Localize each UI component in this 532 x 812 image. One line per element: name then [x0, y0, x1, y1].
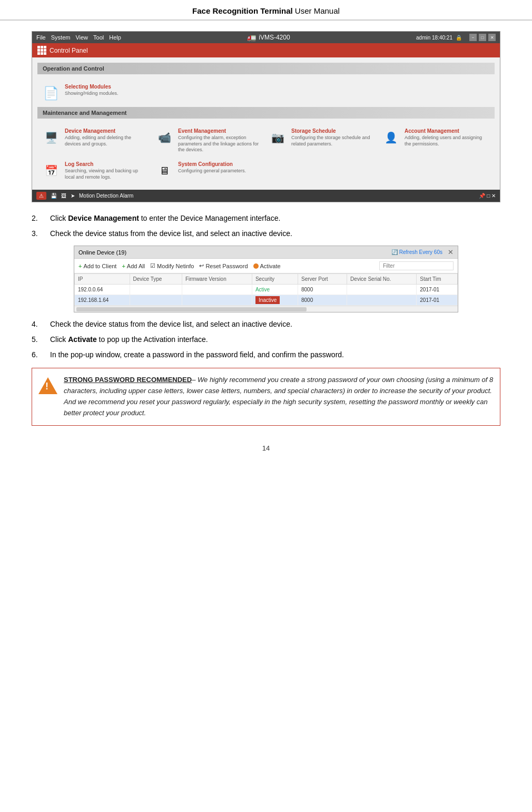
ivms-titlebar: File System View Tool Help 🚛 iVMS-4200 a… — [32, 32, 500, 43]
step2-text: Click — [50, 214, 68, 222]
status-inactive-badge: Inactive — [255, 296, 280, 304]
ivms-screenshot: File System View Tool Help 🚛 iVMS-4200 a… — [32, 31, 500, 202]
cell-security-1: Active — [252, 285, 298, 295]
module3-title: Event Management — [178, 128, 260, 134]
section1-label: Operation and Control — [43, 65, 104, 72]
grid-icon — [37, 46, 46, 55]
scrollbar-thumb — [76, 307, 307, 311]
section-operation: Operation and Control — [37, 63, 495, 74]
activate-dot-icon — [253, 263, 259, 269]
status-active-badge: Active — [255, 287, 270, 292]
module-log-search[interactable]: 📅 Log Search Searching, viewing and back… — [42, 161, 147, 180]
menu-help[interactable]: Help — [109, 34, 121, 41]
section2-label: Maintenance and Management — [43, 110, 127, 116]
step-2: 2. Click Device Management to enter the … — [32, 213, 500, 224]
col-start-time: Start Tim — [417, 274, 458, 285]
col-device-type: Device Type — [130, 274, 182, 285]
module6-title: Log Search — [65, 161, 147, 167]
ivms-statusbar: ⚠ 💾 🖼 ➤ Motion Detection Alarm 📌 □ ✕ — [32, 190, 500, 202]
arrow-icon: ➤ — [71, 193, 75, 199]
module-storage-schedule[interactable]: 📷 Storage Schedule Configuring the stora… — [268, 128, 373, 153]
minimize-button[interactable]: − — [469, 34, 477, 41]
module1-desc: Showing/Hiding modules. — [65, 91, 119, 97]
refresh-icon: 🔄 — [391, 249, 398, 255]
table-row[interactable]: 192.168.1.64 Inactive 8000 2017-01 — [75, 295, 458, 306]
selecting-modules-icon: 📄 — [42, 84, 61, 103]
event-management-text: Event Management Configuring the alarm, … — [178, 128, 260, 153]
modify-checkbox-icon: ☑ — [150, 262, 155, 269]
col-serial-no: Device Serial No. — [347, 274, 417, 285]
page-number: 14 — [0, 436, 532, 457]
horizontal-scrollbar[interactable] — [74, 306, 458, 312]
ivms-body: Operation and Control 📄 Selecting Module… — [32, 57, 500, 190]
header-title-bold: Face Recognition Terminal — [192, 6, 293, 15]
warning-text: STRONG PASSWORD RECOMMENDED– We highly r… — [64, 375, 494, 418]
step3-number: 3. — [32, 228, 45, 239]
log-search-icon: 📅 — [42, 161, 61, 180]
dt-close-button[interactable]: ✕ — [448, 248, 454, 256]
main-content: File System View Tool Help 🚛 iVMS-4200 a… — [0, 21, 532, 436]
menu-system[interactable]: System — [51, 34, 71, 41]
add-to-client-button[interactable]: + Add to Client — [78, 263, 116, 269]
activate-button[interactable]: Activate — [253, 263, 281, 269]
close-button[interactable]: ✕ — [488, 34, 496, 41]
module2-desc: Adding, editing and deleting the devices… — [65, 135, 147, 147]
cell-type-1 — [130, 285, 182, 295]
save-icon: 💾 — [51, 193, 57, 199]
menu-tool[interactable]: Tool — [93, 34, 104, 41]
log-search-text: Log Search Searching, viewing and backin… — [65, 161, 147, 180]
step4-number: 4. — [32, 319, 45, 330]
step6-content: In the pop-up window, create a password … — [50, 349, 344, 360]
dt-title: Online Device (19) — [78, 249, 126, 256]
cell-firmware-1 — [182, 285, 252, 295]
modify-netinfo-button[interactable]: ☑ Modify Netinfo — [150, 262, 194, 269]
col-firmware: Firmware Version — [182, 274, 252, 285]
module4-desc: Configuring the storage schedule and rel… — [291, 135, 373, 147]
add-all-button[interactable]: + Add All — [122, 263, 145, 269]
section-maintenance: Maintenance and Management — [37, 107, 495, 119]
storage-schedule-text: Storage Schedule Configuring the storage… — [291, 128, 373, 147]
menu-file[interactable]: File — [36, 34, 46, 41]
header-title-regular: User Manual — [293, 6, 340, 15]
step5-bold: Activate — [68, 335, 96, 344]
add-client-label: Add to Client — [83, 263, 116, 269]
filter-input[interactable] — [379, 261, 454, 270]
module-account-management[interactable]: 👤 Account Management Adding, deleting us… — [381, 128, 487, 153]
step-6: 6. In the pop-up window, create a passwo… — [32, 349, 500, 360]
step5-text: Click — [50, 335, 68, 344]
step4-content: Check the device status from the device … — [50, 319, 292, 330]
add-client-plus-icon: + — [78, 263, 82, 269]
step-3: 3. Check the device status from the devi… — [32, 228, 500, 239]
cell-security-2: Inactive — [252, 295, 298, 306]
app-logo-icon: 🚛 — [247, 33, 256, 42]
statusbar-text: Motion Detection Alarm — [79, 193, 133, 199]
table-row[interactable]: 192.0.0.64 Active 8000 2017-01 — [75, 285, 458, 295]
step2-rest: to enter the Device Management interface… — [139, 214, 280, 222]
warning-box: STRONG PASSWORD RECOMMENDED– We highly r… — [32, 368, 500, 425]
alarm-icon: ⚠ — [36, 192, 46, 200]
account-management-text: Account Management Adding, deleting user… — [405, 128, 487, 147]
control-panel-label: Control Panel — [50, 47, 88, 54]
module-device-management[interactable]: 🖥️ Device Management Adding, editing and… — [42, 128, 147, 153]
refresh-button[interactable]: 🔄 Refresh Every 60s — [391, 249, 442, 255]
device-management-icon: 🖥️ — [42, 128, 61, 147]
restore-button[interactable]: □ — [479, 34, 486, 41]
module-selecting-modules[interactable]: 📄 Selecting Modules Showing/Hiding modul… — [42, 84, 147, 103]
activate-label: Activate — [260, 263, 281, 269]
col-security: Security — [252, 274, 298, 285]
selecting-modules-text: Selecting Modules Showing/Hiding modules… — [65, 84, 119, 97]
module-event-management[interactable]: 📹 Event Management Configuring the alarm… — [155, 128, 260, 153]
menu-view[interactable]: View — [75, 34, 88, 41]
titlebar-right: admin 18:40:21 🔒 − □ ✕ — [416, 34, 496, 41]
step2-content: Click Device Management to enter the Dev… — [50, 213, 280, 224]
cell-ip-1: 192.0.0.64 — [75, 285, 130, 295]
app-name: 🚛 iVMS-4200 — [247, 33, 290, 42]
module7-desc: Configuring general parameters. — [178, 168, 246, 174]
step5-rest: to pop up the Activation interface. — [97, 335, 208, 344]
reset-password-button[interactable]: ↩ Reset Password — [199, 262, 248, 269]
module-system-configuration[interactable]: 🖥 System Configuration Configuring gener… — [155, 161, 260, 180]
module6-desc: Searching, viewing and backing up local … — [65, 168, 147, 180]
device-table-screenshot: Online Device (19) 🔄 Refresh Every 60s ✕… — [74, 246, 458, 312]
step6-number: 6. — [32, 349, 45, 360]
module2-title: Device Management — [65, 128, 147, 134]
